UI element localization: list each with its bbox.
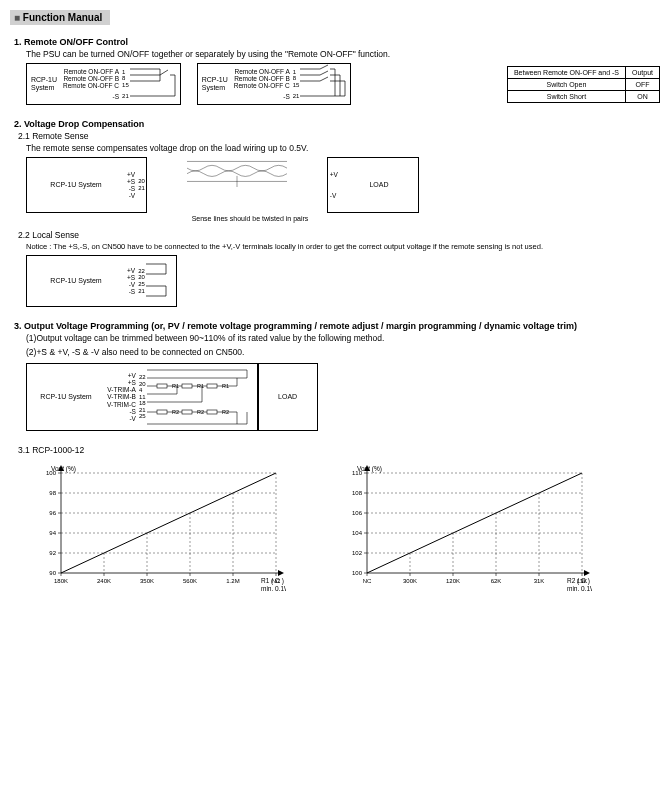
pin-label: Remote ON-OFF B (63, 75, 119, 82)
pin-num: 20 (139, 381, 146, 388)
sec1-pinnums-b: 1 8 15 21 (292, 67, 301, 101)
svg-text:180K: 180K (54, 578, 68, 584)
sec1-diagram-a: RCP-1U System Remote ON-OFF A Remote ON-… (26, 63, 181, 105)
pin-num: 21 (139, 407, 146, 414)
sec1-title: 1. Remote ON/OFF Control (14, 37, 660, 47)
sec2-text1: The remote sense compensates voltage dro… (26, 143, 660, 153)
chart-r1: 9092949698100180K240K350K560K1.2MNCVout … (26, 463, 286, 598)
sec1-table: Between Remote ON-OFF and -SOutput Switc… (507, 66, 660, 103)
pin-label: +S (127, 274, 135, 281)
svg-text:min. 0.1W: min. 0.1W (567, 585, 592, 592)
svg-text:62K: 62K (491, 578, 502, 584)
pin-num: 1 (293, 69, 300, 76)
pin-num: 21 (293, 93, 300, 100)
pin-num: 15 (293, 82, 300, 89)
svg-text:104: 104 (352, 530, 363, 536)
svg-text:106: 106 (352, 510, 363, 516)
svg-rect-40 (207, 384, 217, 388)
sec2-pins: +V +S -S -V (125, 169, 137, 202)
svg-text:NC: NC (363, 578, 372, 584)
pin-label: +S (127, 178, 135, 185)
svg-text:240K: 240K (97, 578, 111, 584)
sec3-title: 3. Output Voltage Programming (or, PV / … (14, 321, 660, 331)
sec1-pins-b: Remote ON-OFF A Remote ON-OFF B Remote O… (232, 66, 292, 103)
table-cell: ON (625, 90, 659, 102)
pin-num: 8 (122, 75, 129, 82)
svg-rect-55 (207, 410, 217, 414)
sec2-diagram-remote: RCP-1U System +V +S -S -V 20 21 (26, 157, 147, 213)
svg-text:92: 92 (49, 550, 56, 556)
pin-label: -V (127, 281, 135, 288)
svg-text:108: 108 (352, 490, 363, 496)
resistor-network-icon: R1R1R1 R2R2R2 (147, 364, 257, 430)
pin-label: V-TRIM-A (107, 386, 136, 393)
svg-line-13 (320, 71, 328, 75)
pin-label: -V (107, 415, 136, 422)
pin-num: 1 (122, 69, 129, 76)
sec2-title: 2. Voltage Drop Compensation (14, 119, 660, 129)
pin-num: 8 (293, 75, 300, 82)
svg-text:100: 100 (352, 570, 363, 576)
sec3-pins: +V +S V-TRIM-A V-TRIM-B V-TRIM-C -S -V (105, 370, 138, 424)
sec2-local-pins: +V +S -V -S (125, 265, 137, 298)
svg-line-9 (320, 65, 328, 69)
sec1-text: The PSU can be turned ON/OFF together or… (26, 49, 660, 59)
svg-text:R1 ( Ω ): R1 ( Ω ) (261, 577, 284, 585)
switch-separate-icon (300, 64, 350, 104)
pin-num: 21 (138, 288, 145, 295)
sec3-sub: 3.1 RCP-1000-12 (18, 445, 660, 455)
sec2-local-label: RCP-1U System (27, 271, 125, 291)
sec2-local-pinnums: 22 20 25 21 (137, 266, 146, 296)
twisted-pair-icon (147, 157, 327, 187)
local-jumper-icon (146, 256, 176, 306)
pin-label: -V (127, 192, 135, 199)
sec3-pinnums: 22 20 4 11 18 21 25 (138, 372, 147, 422)
pin-label: -S (127, 185, 135, 192)
pin-num: 20 (138, 178, 145, 185)
pin-num: 22 (138, 268, 145, 275)
pin-label: Remote ON-OFF B (234, 75, 290, 82)
sec2-pinnums: 20 21 (137, 170, 146, 200)
pin-label: +V (127, 171, 135, 178)
pin-num: 25 (138, 281, 145, 288)
sec2-load-pins: +V -V (328, 169, 340, 202)
page-header: Function Manual (10, 10, 110, 25)
pin-label: -S (63, 93, 119, 100)
table-cell: OFF (625, 78, 659, 90)
table-header: Output (625, 66, 659, 78)
chart-r2: 100102104106108110NC300K120K62K31K13KVou… (332, 463, 592, 598)
pin-label: Remote ON-OFF A (63, 68, 119, 75)
pin-label: +S (107, 379, 136, 386)
pin-num: 15 (122, 82, 129, 89)
sec2-text2: Notice : The +S,-S, on CN500 have to be … (26, 242, 660, 251)
svg-marker-105 (584, 570, 590, 576)
sec2-load-label: LOAD (340, 175, 418, 195)
pin-num: 21 (138, 185, 145, 192)
pin-label: Remote ON-OFF A (234, 68, 290, 75)
svg-rect-49 (157, 410, 167, 414)
table-cell: Switch Short (507, 90, 625, 102)
sec2-load-box: +V -V LOAD (327, 157, 419, 213)
table-cell: Switch Open (507, 78, 625, 90)
sec3-line2: (2)+S & +V, -S & -V also need to be conn… (26, 347, 660, 357)
svg-text:96: 96 (49, 510, 56, 516)
svg-text:Vout (%): Vout (%) (357, 465, 382, 473)
pin-label: Remote ON-OFF C (234, 82, 290, 89)
sec3-load-box: LOAD (258, 363, 318, 431)
svg-rect-52 (182, 410, 192, 414)
pin-num: 11 (139, 394, 146, 401)
pin-label: +V (107, 372, 136, 379)
pin-num: 22 (139, 374, 146, 381)
sec2-note: Sense lines should be twisted in pairs (140, 215, 360, 222)
svg-rect-37 (182, 384, 192, 388)
pin-num: 21 (122, 93, 129, 100)
sec2-sub1: 2.1 Remote Sense (18, 131, 660, 141)
sec3-load-label: LOAD (259, 387, 317, 407)
pin-label: +V (127, 267, 135, 274)
pin-num: 20 (138, 274, 145, 281)
pin-label: V-TRIM-C (107, 401, 136, 408)
svg-line-17 (320, 77, 328, 81)
svg-text:90: 90 (49, 570, 56, 576)
pin-num: 4 (139, 387, 146, 394)
svg-text:R2 ( Ω ): R2 ( Ω ) (567, 577, 590, 585)
